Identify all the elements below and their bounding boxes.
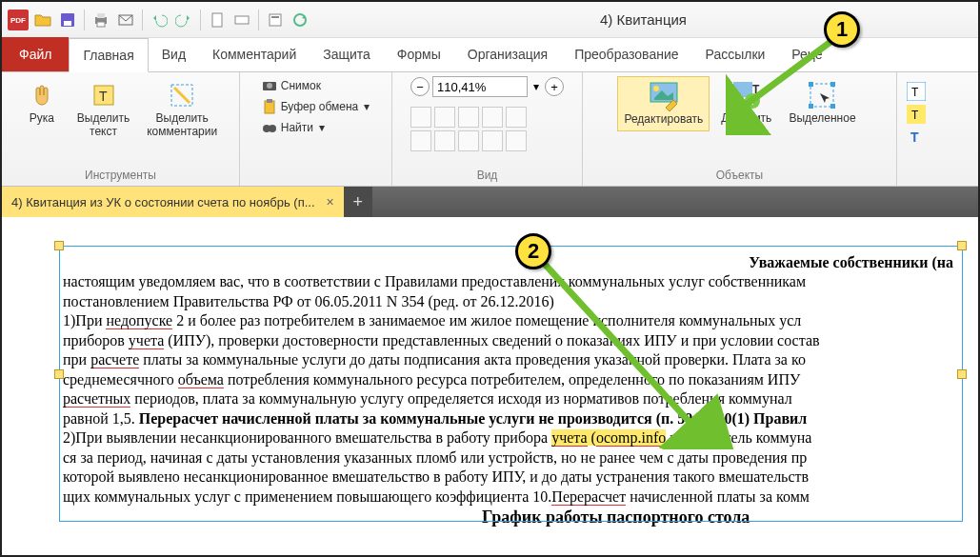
tab-file[interactable]: Файл bbox=[2, 37, 69, 71]
page-layout-2-icon[interactable] bbox=[434, 107, 455, 128]
selection-handle-ml[interactable] bbox=[54, 369, 64, 379]
fit-page-icon[interactable] bbox=[207, 10, 228, 30]
svg-point-21 bbox=[269, 125, 276, 132]
selection-handle-tr[interactable] bbox=[957, 241, 967, 250]
zoom-out-button[interactable]: − bbox=[410, 77, 430, 96]
svg-text:T: T bbox=[911, 86, 919, 99]
hand-tool-button[interactable]: Рука bbox=[18, 76, 66, 129]
document-tab[interactable]: 4) Квитанция из УК о состоянии счета по … bbox=[2, 187, 344, 217]
edit-button[interactable]: Редактировать bbox=[617, 76, 710, 131]
app-icon: PDF bbox=[8, 10, 29, 30]
clipboard-button[interactable]: Буфер обмена▾ bbox=[260, 97, 372, 116]
rotate-ccw-icon[interactable] bbox=[434, 130, 455, 151]
select-text-icon: T bbox=[89, 80, 119, 110]
tab-organize[interactable]: Организация bbox=[454, 37, 561, 71]
clipboard-icon bbox=[262, 99, 277, 114]
page-layout-1-icon[interactable] bbox=[410, 107, 431, 128]
zoom-in-button[interactable]: + bbox=[545, 77, 564, 96]
tab-protect[interactable]: Защита bbox=[310, 37, 384, 71]
highlight-tool-icon[interactable]: T bbox=[907, 105, 926, 124]
more-view-icon[interactable] bbox=[506, 130, 527, 151]
tools-group-label: Инструменты bbox=[10, 166, 231, 186]
svg-rect-11 bbox=[271, 16, 279, 18]
callout-badge-2: 2 bbox=[515, 233, 551, 269]
svg-text:T: T bbox=[910, 129, 919, 145]
group-cut: T T T bbox=[897, 72, 935, 186]
svg-rect-8 bbox=[212, 13, 222, 27]
svg-rect-19 bbox=[267, 99, 272, 103]
save-icon[interactable] bbox=[57, 10, 78, 30]
page-layout-4-icon[interactable] bbox=[482, 107, 503, 128]
new-tab-button[interactable]: + bbox=[344, 187, 372, 217]
text-tool-icon[interactable]: T bbox=[907, 82, 926, 101]
attachment-icon[interactable] bbox=[482, 130, 503, 151]
window-title: 4) Квитанция bbox=[314, 11, 972, 28]
svg-rect-3 bbox=[64, 21, 71, 26]
redo-icon[interactable] bbox=[173, 10, 194, 30]
select-comments-icon bbox=[167, 80, 197, 110]
svg-point-17 bbox=[267, 83, 272, 89]
objects-group-label: Объекты bbox=[590, 166, 889, 186]
refresh-icon[interactable] bbox=[290, 10, 310, 30]
document-tab-title: 4) Квитанция из УК о состоянии счета по … bbox=[11, 195, 315, 209]
svg-rect-5 bbox=[97, 13, 105, 18]
snapshot-button[interactable]: Снимок bbox=[260, 76, 372, 95]
tab-forms[interactable]: Формы bbox=[384, 37, 454, 71]
rotate-icon[interactable] bbox=[410, 130, 431, 151]
svg-rect-6 bbox=[97, 22, 105, 27]
edit-icon bbox=[649, 81, 679, 111]
svg-line-38 bbox=[737, 42, 830, 111]
camera-icon bbox=[262, 78, 277, 93]
svg-line-39 bbox=[540, 259, 697, 430]
document-tab-close[interactable]: × bbox=[327, 194, 334, 209]
svg-text:T: T bbox=[99, 89, 108, 104]
svg-point-23 bbox=[653, 86, 659, 91]
group-tools: Рука T Выделить текст Выделить комментар… bbox=[2, 72, 240, 186]
email-icon[interactable] bbox=[115, 10, 136, 30]
selection-handle-mr[interactable] bbox=[957, 369, 967, 379]
page-layout-3-icon[interactable] bbox=[458, 107, 479, 128]
svg-text:T: T bbox=[911, 109, 919, 122]
zoom-input[interactable] bbox=[432, 76, 528, 97]
select-comments-button[interactable]: Выделить комментарии bbox=[141, 76, 223, 143]
view-icons-grid bbox=[410, 107, 534, 151]
zoom-dropdown[interactable]: ▾ bbox=[530, 80, 542, 93]
tab-home[interactable]: Главная bbox=[69, 38, 148, 72]
form-icon[interactable] bbox=[265, 10, 286, 30]
binoculars-icon bbox=[262, 120, 277, 135]
undo-icon[interactable] bbox=[149, 10, 170, 30]
svg-rect-10 bbox=[270, 14, 281, 26]
group-view: − ▾ + Вид bbox=[392, 72, 583, 186]
selection-frame[interactable] bbox=[59, 246, 963, 522]
arrow-2 bbox=[526, 240, 735, 449]
page-layout-5-icon[interactable] bbox=[506, 107, 527, 128]
print-icon[interactable] bbox=[90, 10, 111, 30]
select-text-button[interactable]: T Выделить текст bbox=[71, 76, 135, 143]
edit-label: Редактировать bbox=[624, 113, 703, 127]
svg-rect-9 bbox=[235, 16, 249, 24]
link-icon[interactable] bbox=[458, 130, 479, 151]
tab-convert[interactable]: Преобразование bbox=[561, 37, 691, 71]
fit-width-icon[interactable] bbox=[231, 10, 252, 30]
select-comments-label: Выделить комментарии bbox=[147, 112, 217, 139]
select-text-label: Выделить текст bbox=[77, 112, 130, 139]
tab-view[interactable]: Вид bbox=[149, 37, 199, 71]
callout-badge-1: 1 bbox=[824, 11, 860, 48]
view-group-label: Вид bbox=[400, 166, 574, 186]
tab-comment[interactable]: Комментарий bbox=[199, 37, 310, 71]
svg-text:PDF: PDF bbox=[10, 16, 26, 25]
group-clipboard: Снимок Буфер обмена▾ Найти▾ bbox=[240, 72, 392, 186]
hand-icon bbox=[27, 80, 57, 110]
document-tabbar: 4) Квитанция из УК о состоянии счета по … bbox=[2, 187, 978, 217]
open-icon[interactable] bbox=[32, 10, 53, 30]
selection-handle-tl[interactable] bbox=[54, 241, 64, 250]
hand-label: Рука bbox=[30, 112, 54, 126]
find-button[interactable]: Найти▾ bbox=[260, 118, 372, 137]
text-blue-icon[interactable]: T bbox=[907, 128, 926, 147]
